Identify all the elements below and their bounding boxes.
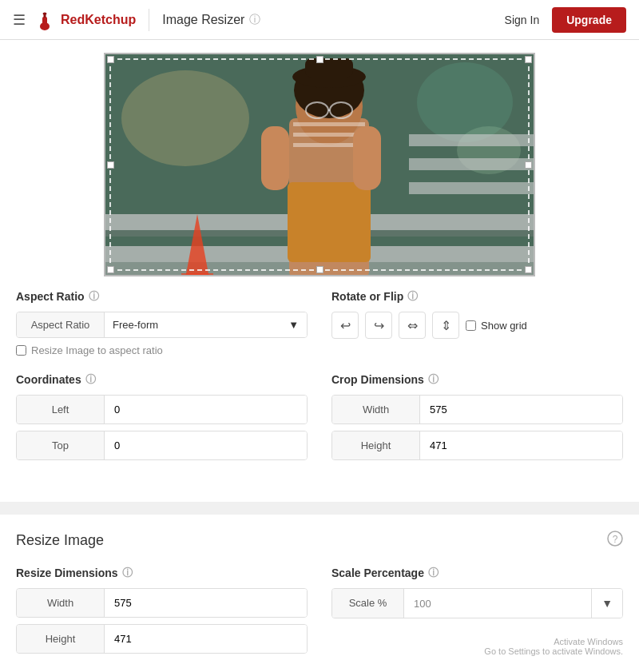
resize-aspect-checkbox[interactable] [16, 345, 26, 356]
left-field-row: Left [16, 395, 308, 424]
resize-height-label: Height [17, 625, 105, 653]
crop-dimensions-col: Crop Dimensions ⓘ Width Height [331, 372, 623, 467]
resize-width-row: Width [16, 588, 308, 618]
resize-width-input[interactable] [105, 589, 307, 617]
flip-vertical-button[interactable]: ⇕ [432, 312, 459, 339]
aspect-ratio-row: Aspect Ratio Free-form ▼ [16, 312, 308, 338]
coordinates-col: Coordinates ⓘ Left Top [16, 372, 308, 467]
scale-label-text: Scale Percentage [331, 567, 424, 579]
show-grid-label: Show grid [481, 320, 527, 332]
rotate-flip-info-icon[interactable]: ⓘ [407, 289, 418, 304]
canvas-image [104, 53, 535, 276]
image-area [16, 53, 623, 276]
rotate-flip-controls: ↩ ↪ ⇔ ⇕ Show grid [331, 312, 623, 339]
svg-rect-22 [261, 126, 289, 190]
svg-rect-21 [288, 182, 371, 262]
signin-link[interactable]: Sign In [505, 14, 540, 26]
coordinates-info-icon[interactable]: ⓘ [85, 372, 96, 387]
aspect-ratio-section-label: Aspect Ratio ⓘ [16, 289, 308, 304]
scale-dropdown-button[interactable]: ▼ [591, 589, 622, 618]
resize-aspect-checkbox-row: Resize Image to aspect ratio [16, 344, 308, 356]
svg-rect-1 [42, 17, 47, 28]
show-grid-row: Show grid [466, 320, 527, 332]
crop-width-input[interactable] [420, 396, 622, 423]
scale-info-icon[interactable]: ⓘ [428, 566, 439, 580]
app-name: Image Resizer [162, 13, 244, 27]
rotate-flip-section-label: Rotate or Flip ⓘ [331, 289, 623, 304]
rotate-flip-col: Rotate or Flip ⓘ ↩ ↪ ⇔ ⇕ [331, 289, 623, 356]
resize-dimensions-label: Resize Dimensions ⓘ [16, 566, 308, 580]
aspect-ratio-col: Aspect Ratio ⓘ Aspect Ratio Free-form ▼ … [16, 289, 308, 356]
app-header: ☰ RedKetchup Image Resizer ⓘ Sign In Upg… [0, 0, 639, 40]
menu-icon[interactable]: ☰ [13, 11, 26, 29]
crop-height-input[interactable] [420, 431, 622, 459]
scale-input[interactable] [404, 589, 591, 618]
aspect-ratio-field-label: Aspect Ratio [17, 312, 105, 337]
flip-v-icon: ⇕ [441, 318, 451, 333]
aspect-ratio-info-icon[interactable]: ⓘ [89, 289, 99, 304]
resize-section: Resize Image ? Resize Dimensions ⓘ Width… [0, 508, 639, 672]
svg-rect-12 [409, 134, 535, 146]
scale-section-label: Scale Percentage ⓘ [331, 566, 623, 580]
svg-rect-30 [181, 273, 213, 276]
svg-rect-14 [409, 182, 535, 194]
controls-section: Aspect Ratio ⓘ Aspect Ratio Free-form ▼ … [16, 289, 623, 467]
show-grid-checkbox[interactable] [466, 320, 476, 331]
crop-dimensions-label: Crop Dimensions [331, 373, 424, 386]
question-icon: ? [607, 531, 623, 547]
background-svg [105, 54, 535, 276]
resize-title-text: Resize Image [16, 532, 104, 549]
section-divider [0, 502, 639, 508]
rotate-flip-label: Rotate or Flip [331, 290, 403, 303]
resize-help-icon[interactable]: ? [607, 531, 623, 550]
dropdown-arrow-icon: ▼ [288, 319, 299, 331]
crop-height-label: Height [332, 431, 420, 459]
scale-dropdown-arrow: ▼ [601, 597, 613, 610]
crop-width-field-row: Width [331, 395, 623, 424]
top-field-row: Top [16, 431, 308, 460]
left-field-label: Left [17, 396, 105, 423]
coordinates-label: Coordinates [16, 373, 81, 386]
logo-text: RedKetchup [61, 13, 136, 27]
resize-height-input[interactable] [105, 625, 307, 653]
svg-rect-23 [353, 126, 381, 190]
crop-width-label: Width [332, 396, 420, 423]
svg-rect-18 [293, 122, 365, 126]
resize-height-row: Height [16, 624, 308, 654]
svg-rect-13 [409, 158, 535, 170]
crop-dimensions-section-label: Crop Dimensions ⓘ [331, 372, 623, 387]
resize-controls-row: Resize Dimensions ⓘ Width Height Scale P… [16, 566, 623, 660]
svg-rect-28 [305, 58, 353, 78]
logo-icon [34, 9, 56, 31]
svg-point-5 [121, 70, 249, 166]
top-field-label: Top [17, 431, 105, 459]
rotate-right-button[interactable]: ↪ [365, 312, 392, 339]
header-divider [149, 9, 149, 31]
resize-title-row: Resize Image ? [16, 531, 623, 550]
controls-row-2: Coordinates ⓘ Left Top Crop Dimensions ⓘ [16, 372, 623, 467]
rotate-right-icon: ↪ [374, 318, 384, 333]
scale-row: Scale % ▼ [331, 588, 623, 618]
scale-percentage-col: Scale Percentage ⓘ Scale % ▼ [331, 566, 623, 660]
rotate-left-icon: ↩ [340, 318, 351, 333]
aspect-ratio-label: Aspect Ratio [16, 290, 85, 303]
crop-dimensions-info-icon[interactable]: ⓘ [428, 372, 439, 387]
resize-dimensions-info-icon[interactable]: ⓘ [122, 566, 133, 580]
rotate-left-button[interactable]: ↩ [331, 312, 359, 339]
upgrade-button[interactable]: Upgrade [552, 7, 626, 33]
flip-horizontal-button[interactable]: ⇔ [399, 312, 426, 339]
scale-field-label: Scale % [332, 589, 404, 618]
app-info-icon[interactable]: ⓘ [249, 13, 260, 27]
resize-dimensions-col: Resize Dimensions ⓘ Width Height [16, 566, 308, 660]
svg-text:?: ? [613, 534, 618, 545]
resize-dimensions-text: Resize Dimensions [16, 567, 118, 579]
flip-h-icon: ⇔ [407, 318, 418, 333]
crop-height-field-row: Height [331, 431, 623, 460]
aspect-ratio-select[interactable]: Free-form ▼ [105, 312, 307, 337]
svg-point-3 [43, 12, 47, 14]
top-input[interactable] [105, 431, 307, 459]
left-input[interactable] [105, 396, 307, 423]
logo: RedKetchup [34, 9, 136, 31]
coordinates-section-label: Coordinates ⓘ [16, 372, 308, 387]
main-panel: Aspect Ratio ⓘ Aspect Ratio Free-form ▼ … [0, 40, 639, 502]
